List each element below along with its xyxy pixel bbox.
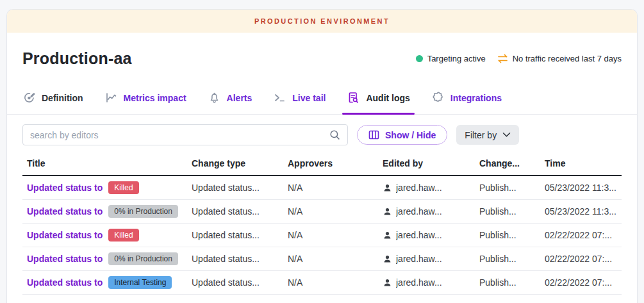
person-icon <box>383 254 392 264</box>
person-icon <box>383 207 392 217</box>
table-row[interactable]: Updated status to Killed Updated status.… <box>22 176 622 200</box>
page-title: Production-aa <box>22 49 132 68</box>
chevron-down-icon <box>502 132 511 138</box>
tab-live-tail-label: Live tail <box>292 93 326 103</box>
edited-by-cell: jared.haw... <box>383 277 479 288</box>
time-cell: 02/22/2022 07:... <box>545 277 622 288</box>
edited-by-value: jared.haw... <box>396 230 442 240</box>
column-header-approvers[interactable]: Approvers <box>288 158 383 168</box>
edited-by-cell: jared.haw... <box>383 254 479 264</box>
tab-metrics-impact[interactable]: Metrics impact <box>104 82 186 114</box>
change-cell: Publish... <box>479 277 545 288</box>
traffic-status: No traffic received last 7 days <box>497 54 622 63</box>
tab-alerts-label: Alerts <box>227 93 252 103</box>
status-badge: 0% in Production <box>108 205 178 218</box>
tab-audit-logs-label: Audit logs <box>366 93 409 103</box>
table-row[interactable]: Updated status to 0% in Production Updat… <box>22 200 622 224</box>
tab-audit-logs[interactable]: Audit logs <box>347 82 409 114</box>
traffic-arrows-icon <box>497 54 508 63</box>
change-type-cell: Updated status... <box>192 206 288 217</box>
target-edit-icon <box>22 91 36 104</box>
person-icon <box>383 183 392 193</box>
edited-by-value: jared.haw... <box>396 254 442 264</box>
tab-alerts[interactable]: Alerts <box>208 82 252 114</box>
filter-by-button[interactable]: Filter by <box>456 125 519 145</box>
tab-live-tail[interactable]: Live tail <box>273 82 326 114</box>
time-cell: 05/23/2022 11:3... <box>545 206 622 217</box>
edited-by-value: jared.haw... <box>396 183 442 193</box>
change-cell: Publish... <box>479 230 545 240</box>
approvers-cell: N/A <box>288 254 383 264</box>
title-link[interactable]: Updated status to <box>27 206 103 217</box>
tab-definition-label: Definition <box>42 93 83 103</box>
change-type-cell: Updated status... <box>192 254 288 264</box>
column-header-title[interactable]: Title <box>22 158 192 168</box>
title-link[interactable]: Updated status to <box>27 254 103 264</box>
table-body: Updated status to Killed Updated status.… <box>22 176 622 295</box>
table-row[interactable]: Updated status to Internal Testing Updat… <box>22 271 622 295</box>
person-icon <box>383 231 392 240</box>
columns-icon <box>368 130 379 140</box>
page-header: Production-aa Targeting active No traffi… <box>7 33 637 82</box>
column-header-edited-by[interactable]: Edited by <box>383 158 479 168</box>
search-box[interactable] <box>22 124 348 145</box>
filter-by-label: Filter by <box>465 130 497 140</box>
table-header-row: Title Change type Approvers Edited by Ch… <box>22 152 622 176</box>
column-header-change-type[interactable]: Change type <box>192 158 288 168</box>
title-cell[interactable]: Updated status to 0% in Production <box>22 252 192 265</box>
status-badge: Internal Testing <box>108 276 172 289</box>
title-link[interactable]: Updated status to <box>27 230 103 240</box>
environment-banner-label: PRODUCTION ENVIRONMENT <box>254 17 390 25</box>
column-header-change[interactable]: Change... <box>479 158 545 168</box>
table-row[interactable]: Updated status to Killed Updated status.… <box>22 224 622 247</box>
approvers-cell: N/A <box>288 277 383 288</box>
title-cell[interactable]: Updated status to Killed <box>22 181 192 194</box>
title-cell[interactable]: Updated status to Killed <box>22 229 192 242</box>
edited-by-cell: jared.haw... <box>383 183 479 193</box>
puzzle-icon <box>431 91 445 104</box>
approvers-cell: N/A <box>288 230 383 240</box>
audit-log-table: Title Change type Approvers Edited by Ch… <box>7 152 637 295</box>
green-dot-icon <box>416 55 423 62</box>
traffic-status-label: No traffic received last 7 days <box>513 54 622 63</box>
toolbar: Show / Hide Filter by <box>7 115 637 152</box>
edited-by-cell: jared.haw... <box>383 230 479 240</box>
tab-metrics-impact-label: Metrics impact <box>124 93 186 103</box>
title-link[interactable]: Updated status to <box>27 183 103 193</box>
show-hide-label: Show / Hide <box>385 130 436 140</box>
edited-by-value: jared.haw... <box>396 277 442 288</box>
person-icon <box>383 278 392 288</box>
terminal-icon <box>273 91 286 104</box>
change-cell: Publish... <box>479 183 545 193</box>
targeting-status: Targeting active <box>416 54 486 63</box>
title-cell[interactable]: Updated status to 0% in Production <box>22 205 192 218</box>
search-icon <box>329 129 340 140</box>
tab-integrations[interactable]: Integrations <box>431 82 502 114</box>
environment-card: PRODUCTION ENVIRONMENT Production-aa Tar… <box>6 9 638 303</box>
edited-by-cell: jared.haw... <box>383 206 479 217</box>
environment-banner: PRODUCTION ENVIRONMENT <box>7 10 637 33</box>
change-type-cell: Updated status... <box>192 277 288 288</box>
change-cell: Publish... <box>479 254 545 264</box>
table-row[interactable]: Updated status to 0% in Production Updat… <box>22 247 622 271</box>
time-cell: 02/22/2022 07:... <box>545 230 622 240</box>
approvers-cell: N/A <box>288 183 383 193</box>
tab-integrations-label: Integrations <box>450 93 502 103</box>
column-header-time[interactable]: Time <box>545 158 622 168</box>
time-cell: 02/22/2022 07:... <box>545 254 622 264</box>
bell-icon <box>208 91 221 104</box>
search-input[interactable] <box>30 130 329 140</box>
title-link[interactable]: Updated status to <box>27 277 103 288</box>
title-cell[interactable]: Updated status to Internal Testing <box>22 276 192 289</box>
change-cell: Publish... <box>479 206 545 217</box>
status-badge: 0% in Production <box>108 252 178 265</box>
status-badge: Killed <box>108 181 138 194</box>
edited-by-value: jared.haw... <box>396 206 442 217</box>
audit-log-icon <box>347 91 360 104</box>
targeting-status-label: Targeting active <box>427 54 486 63</box>
change-type-cell: Updated status... <box>192 183 288 193</box>
approvers-cell: N/A <box>288 206 383 217</box>
tab-bar: Definition Metrics impact Alerts Live ta… <box>7 82 637 115</box>
show-hide-button[interactable]: Show / Hide <box>357 125 447 145</box>
tab-definition[interactable]: Definition <box>22 82 83 114</box>
